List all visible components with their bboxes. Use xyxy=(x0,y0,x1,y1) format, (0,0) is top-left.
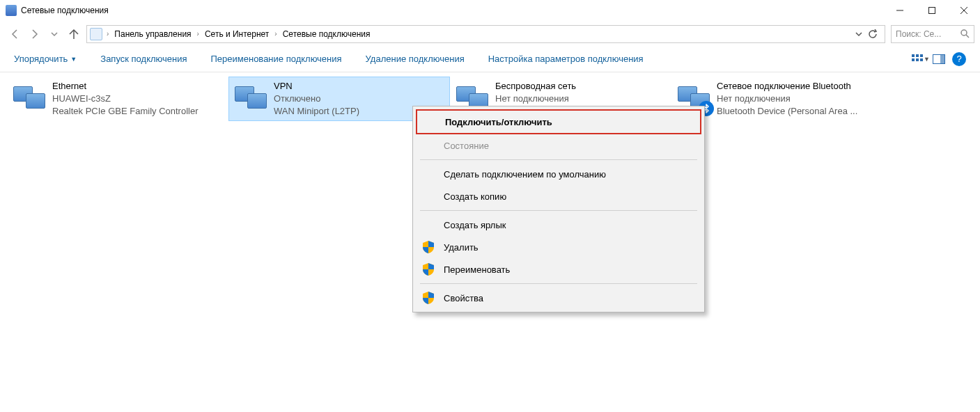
connection-device: Realtek PCIe GBE Family Controller xyxy=(52,105,199,118)
svg-rect-1 xyxy=(929,8,935,14)
connection-status: HUAWEI-c3sZ xyxy=(52,93,199,105)
close-icon xyxy=(960,6,968,15)
connection-name: Ethernet xyxy=(52,80,199,93)
navbar: › Панель управления › Сеть и Интернет › … xyxy=(0,21,980,46)
search-icon xyxy=(960,29,970,38)
ctx-status-label: Состояние xyxy=(444,141,489,151)
ctx-create-shortcut[interactable]: Создать ярлык xyxy=(413,214,704,236)
help-button[interactable]: ? xyxy=(952,52,966,66)
view-options-button[interactable]: ▼ xyxy=(912,50,930,68)
view-grid-icon xyxy=(912,54,921,64)
vpn-icon xyxy=(233,80,268,115)
start-connection-label: Запуск подключения xyxy=(100,54,187,64)
help-icon: ? xyxy=(956,54,961,64)
uac-shield-icon xyxy=(423,241,434,253)
recent-locations-button[interactable] xyxy=(45,24,64,44)
connection-device: Bluetooth Device (Personal Area ... xyxy=(717,105,857,118)
command-bar: Упорядочить ▼ Запуск подключения Переиме… xyxy=(0,46,980,72)
address-bar[interactable]: › Панель управления › Сеть и Интернет › … xyxy=(86,25,885,43)
organize-button[interactable]: Упорядочить ▼ xyxy=(14,54,77,64)
breadcrumb-mid[interactable]: Сеть и Интернет xyxy=(201,26,273,42)
chevron-right-icon: › xyxy=(196,30,201,38)
connection-name: Беспроводная сеть xyxy=(495,80,576,93)
ctx-status: Состояние xyxy=(413,134,704,157)
uac-shield-icon xyxy=(423,292,434,304)
ctx-set-default-label: Сделать подключением по умолчанию xyxy=(444,169,606,180)
address-history-button[interactable] xyxy=(853,26,865,42)
minimize-button[interactable] xyxy=(884,0,916,21)
search-input[interactable]: Поиск: Се... xyxy=(891,25,974,43)
ctx-copy-label: Создать копию xyxy=(444,191,506,202)
refresh-button[interactable] xyxy=(866,26,879,42)
ctx-create-copy[interactable]: Создать копию xyxy=(413,185,704,207)
ctx-properties-label: Свойства xyxy=(444,293,483,303)
svg-point-5 xyxy=(961,30,967,35)
window-controls xyxy=(884,0,980,21)
chevron-down-icon: ▼ xyxy=(70,56,77,63)
connection-settings-label: Настройка параметров подключения xyxy=(488,54,644,64)
forward-button[interactable] xyxy=(25,24,45,44)
connection-status: Нет подключения xyxy=(495,93,576,105)
chevron-right-icon: › xyxy=(105,30,110,38)
up-button[interactable] xyxy=(64,24,84,44)
ctx-separator xyxy=(420,159,697,160)
start-connection-button[interactable]: Запуск подключения xyxy=(100,54,187,64)
organize-label: Упорядочить xyxy=(14,54,68,64)
ctx-properties[interactable]: Свойства xyxy=(413,287,704,309)
connection-item-ethernet[interactable]: Ethernet HUAWEI-c3sZ Realtek PCIe GBE Fa… xyxy=(7,77,228,121)
chevron-right-icon: › xyxy=(273,30,278,38)
back-button[interactable] xyxy=(6,24,25,44)
content-area[interactable]: Ethernet HUAWEI-c3sZ Realtek PCIe GBE Fa… xyxy=(0,72,980,125)
breadcrumb-root[interactable]: Панель управления xyxy=(110,26,195,42)
rename-connection-button[interactable]: Переименование подключения xyxy=(211,54,342,64)
preview-pane-button[interactable] xyxy=(930,50,948,68)
ctx-rename-label: Переименовать xyxy=(444,264,510,275)
ctx-shortcut-label: Создать ярлык xyxy=(444,220,506,230)
connection-status: Нет подключения xyxy=(717,93,857,105)
uac-shield-icon xyxy=(423,263,434,276)
ctx-connect-label: Подключить/отключить xyxy=(445,117,552,127)
delete-connection-button[interactable]: Удаление подключения xyxy=(366,54,465,64)
app-icon xyxy=(6,5,17,16)
titlebar: Сетевые подключения xyxy=(0,0,980,21)
connection-settings-button[interactable]: Настройка параметров подключения xyxy=(488,54,644,64)
context-menu: Подключить/отключить Состояние Сделать п… xyxy=(412,106,705,312)
preview-pane-icon xyxy=(933,54,945,64)
ctx-set-default[interactable]: Сделать подключением по умолчанию xyxy=(413,163,704,185)
connection-name: VPN xyxy=(274,80,359,93)
ctx-delete-label: Удалить xyxy=(444,242,479,253)
maximize-button[interactable] xyxy=(916,0,948,21)
close-button[interactable] xyxy=(948,0,980,21)
ctx-separator xyxy=(420,210,697,211)
ctx-delete[interactable]: Удалить xyxy=(413,236,704,258)
window-title: Сетевые подключения xyxy=(21,6,884,15)
delete-connection-label: Удаление подключения xyxy=(366,54,465,64)
maximize-icon xyxy=(928,6,936,15)
chevron-down-icon: ▼ xyxy=(924,56,930,63)
network-connections-icon xyxy=(90,28,102,40)
connection-status: Отключено xyxy=(274,93,359,105)
search-placeholder: Поиск: Се... xyxy=(896,29,941,39)
svg-line-6 xyxy=(966,35,969,38)
rename-connection-label: Переименование подключения xyxy=(211,54,342,64)
ethernet-icon xyxy=(12,80,47,115)
connection-name: Сетевое подключение Bluetooth xyxy=(717,80,857,93)
ctx-separator xyxy=(420,283,697,284)
ctx-connect-disconnect[interactable]: Подключить/отключить xyxy=(416,109,701,134)
connection-device: WAN Miniport (L2TP) xyxy=(274,105,359,118)
minimize-icon xyxy=(896,6,904,15)
breadcrumb-leaf[interactable]: Сетевые подключения xyxy=(279,26,375,42)
ctx-rename[interactable]: Переименовать xyxy=(413,258,704,280)
